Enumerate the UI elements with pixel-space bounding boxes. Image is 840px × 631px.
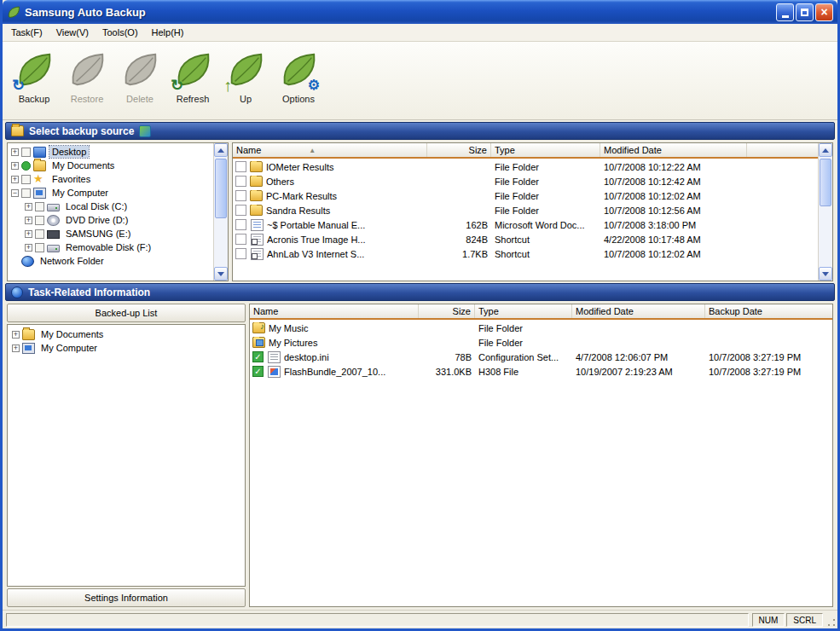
- source-section-header: Select backup source: [5, 122, 835, 140]
- file-row[interactable]: Acronis True Image H... 824B Shortcut 4/…: [233, 232, 818, 246]
- row-checkbox[interactable]: [235, 234, 246, 245]
- file-row[interactable]: PC-Mark Results File Folder 10/7/2008 10…: [233, 188, 818, 203]
- expand-icon[interactable]: [25, 230, 32, 238]
- column-size[interactable]: Size: [419, 304, 475, 318]
- tree-item-dvd-drive-d[interactable]: DVD Drive (D:): [9, 213, 213, 227]
- source-list: Name▲ Size Type Modified Date IOMeter Re…: [233, 143, 818, 281]
- column-type[interactable]: Type: [491, 143, 600, 157]
- backup-list: Name Size Type Modified Date Backup Date…: [250, 304, 832, 606]
- column-modified-date[interactable]: Modified Date: [572, 304, 705, 318]
- removable-drive-icon: [47, 245, 60, 252]
- tree-item-removable-disk-f[interactable]: Removable Disk (F:): [9, 240, 213, 254]
- expand-icon[interactable]: [25, 203, 32, 211]
- column-modified-date[interactable]: Modified Date: [600, 143, 747, 157]
- checkbox[interactable]: [21, 175, 31, 184]
- tree-scrollbar[interactable]: [213, 143, 228, 281]
- scroll-track[interactable]: [819, 157, 832, 267]
- file-row[interactable]: IOMeter Results File Folder 10/7/2008 10…: [233, 159, 818, 174]
- expand-icon[interactable]: [25, 217, 32, 224]
- expand-icon[interactable]: [11, 148, 19, 156]
- scroll-up-icon[interactable]: [214, 143, 228, 157]
- checked-checkbox[interactable]: [252, 366, 264, 377]
- options-button[interactable]: ⚙ Options: [272, 44, 325, 116]
- expand-icon[interactable]: [12, 344, 20, 352]
- file-backup-date: 10/7/2008 3:27:19 PM: [705, 367, 832, 377]
- scroll-down-icon[interactable]: [214, 267, 228, 281]
- row-checkbox[interactable]: [235, 176, 246, 187]
- row-checkbox[interactable]: [235, 219, 246, 230]
- checkbox[interactable]: [35, 216, 44, 225]
- checkbox[interactable]: [35, 243, 44, 252]
- backed-up-list-button[interactable]: Backed-up List: [7, 304, 246, 322]
- backup-list-pane: Name Size Type Modified Date Backup Date…: [249, 304, 833, 607]
- resize-grip[interactable]: [825, 613, 836, 627]
- file-type: Shortcut: [491, 249, 600, 259]
- up-button[interactable]: ↑ Up: [219, 44, 272, 116]
- refresh-button[interactable]: ↻ Refresh: [166, 44, 219, 116]
- expand-icon[interactable]: [12, 331, 20, 339]
- file-row[interactable]: FlashBundle_2007_10... 331.0KB H308 File…: [250, 364, 832, 379]
- column-type[interactable]: Type: [475, 304, 572, 318]
- tree-item-samsung-e[interactable]: SAMSUNG (E:): [9, 227, 213, 240]
- column-name[interactable]: Name▲: [233, 143, 427, 157]
- source-list-scrollbar[interactable]: [818, 143, 832, 281]
- checkbox[interactable]: [21, 148, 31, 157]
- checkbox[interactable]: [21, 188, 31, 198]
- tree-item-network-folder[interactable]: Network Folder: [9, 254, 213, 268]
- file-row[interactable]: AhnLab V3 Internet S... 1.7KB Shortcut 1…: [233, 246, 818, 261]
- file-modified: 10/7/2008 10:12:42 AM: [600, 177, 747, 187]
- settings-information-button[interactable]: Settings Information: [7, 588, 246, 607]
- collapse-icon[interactable]: [11, 189, 19, 197]
- maximize-button[interactable]: [796, 3, 814, 21]
- scroll-lock-indicator: SCRL: [786, 613, 823, 627]
- refresh-source-icon[interactable]: [139, 125, 151, 137]
- column-size[interactable]: Size: [427, 143, 491, 157]
- file-row[interactable]: My Pictures File Folder: [250, 335, 832, 350]
- selected-indicator-icon[interactable]: [21, 161, 31, 171]
- file-row[interactable]: ~$ Portable Manual E... 162B Microsoft W…: [233, 217, 818, 232]
- menu-tools[interactable]: Tools(O): [96, 25, 145, 40]
- tree-item-my-computer[interactable]: My Computer: [9, 186, 213, 200]
- file-type: File Folder: [491, 177, 600, 187]
- network-icon: [21, 256, 34, 267]
- column-backup-date[interactable]: Backup Date: [705, 304, 833, 318]
- expand-icon[interactable]: [25, 244, 32, 252]
- row-checkbox[interactable]: [235, 190, 246, 201]
- checked-checkbox[interactable]: [252, 351, 264, 362]
- file-row[interactable]: Sandra Results File Folder 10/7/2008 10:…: [233, 203, 818, 217]
- minimize-button[interactable]: [776, 3, 794, 21]
- expand-icon[interactable]: [11, 162, 19, 170]
- row-checkbox[interactable]: [235, 205, 246, 216]
- window-title: Samsung Auto Backup: [25, 6, 774, 19]
- scroll-down-icon[interactable]: [819, 267, 832, 281]
- column-name[interactable]: Name: [250, 304, 419, 318]
- file-name: ~$ Portable Manual E...: [267, 220, 368, 230]
- menu-help[interactable]: Help(H): [145, 25, 191, 40]
- scroll-track[interactable]: [214, 157, 228, 267]
- app-window: Samsung Auto Backup × Task(F) View(V) To…: [0, 0, 840, 631]
- menu-view[interactable]: View(V): [49, 25, 96, 40]
- scroll-up-icon[interactable]: [819, 143, 832, 157]
- checkbox[interactable]: [35, 202, 44, 211]
- music-folder-icon: [252, 322, 265, 333]
- row-checkbox[interactable]: [235, 161, 246, 172]
- delete-leaf-icon: [117, 44, 163, 94]
- close-button[interactable]: ×: [815, 3, 833, 21]
- expand-icon[interactable]: [11, 176, 19, 183]
- menu-task[interactable]: Task(F): [4, 25, 49, 40]
- file-type: Configuration Set...: [475, 352, 572, 362]
- backup-button[interactable]: ↻ Backup: [8, 44, 61, 116]
- row-checkbox[interactable]: [235, 248, 246, 259]
- tree-item-local-disk-c[interactable]: Local Disk (C:): [9, 200, 213, 213]
- checkbox[interactable]: [35, 229, 44, 239]
- tree-item-my-computer[interactable]: My Computer: [10, 341, 245, 355]
- file-row[interactable]: My Music File Folder: [250, 321, 832, 335]
- tree-item-desktop[interactable]: Desktop: [9, 145, 213, 159]
- file-row[interactable]: desktop.ini 78B Configuration Set... 4/7…: [250, 350, 832, 364]
- tree-item-my-documents[interactable]: My Documents: [10, 327, 245, 341]
- file-row[interactable]: Others File Folder 10/7/2008 10:12:42 AM: [233, 174, 818, 188]
- tree-item-favorites[interactable]: Favorites: [9, 172, 213, 186]
- scroll-thumb[interactable]: [820, 159, 831, 206]
- tree-item-my-documents[interactable]: My Documents: [9, 159, 213, 172]
- scroll-thumb[interactable]: [215, 159, 227, 218]
